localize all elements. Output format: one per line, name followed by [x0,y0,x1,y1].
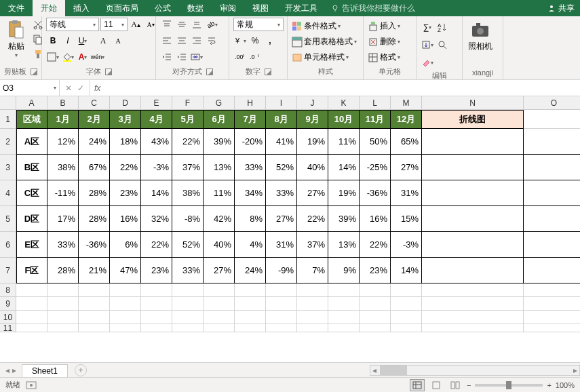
font-launcher[interactable] [105,68,112,75]
cell[interactable] [204,297,235,311]
normal-view-button[interactable] [410,379,425,391]
row-header[interactable]: 6 [0,232,16,258]
column-header[interactable]: E [141,96,172,110]
row-header[interactable]: 4 [0,180,16,206]
cell[interactable]: 8月 [266,110,297,129]
cell[interactable]: 4月 [141,110,172,129]
zoom-out-button[interactable]: − [467,381,471,389]
bold-button[interactable]: B [46,34,60,47]
align-left-button[interactable] [160,34,174,47]
tab-data[interactable]: 数据 [179,0,212,16]
cell[interactable] [391,297,422,311]
cell[interactable]: 27% [266,206,297,232]
cell[interactable]: 28% [79,180,110,206]
comma-button[interactable]: , [263,34,277,47]
font-color-button[interactable]: A▾ [76,50,90,64]
cell[interactable] [204,324,235,332]
cell[interactable]: 38% [47,155,79,180]
row-header[interactable]: 8 [0,283,16,297]
cell[interactable]: 52% [172,232,204,258]
cell[interactable]: -20% [235,129,266,155]
cell[interactable]: 21% [79,258,110,283]
cell[interactable] [204,311,235,324]
cell[interactable] [422,129,524,155]
cell[interactable]: 23% [360,258,391,283]
decrease-font-button[interactable]: A▾ [144,18,157,31]
cell[interactable]: 17% [47,206,79,232]
cell[interactable] [110,324,141,332]
tab-insert[interactable]: 插入 [65,0,98,16]
cell[interactable]: 10月 [328,110,360,129]
cell[interactable]: 12% [47,129,79,155]
cell[interactable] [110,283,141,297]
cell[interactable] [172,324,204,332]
cell[interactable] [172,283,204,297]
cell[interactable]: 12月 [391,110,422,129]
cell[interactable] [297,283,328,297]
column-header[interactable]: M [391,96,422,110]
cell[interactable]: 43% [141,129,172,155]
cell[interactable] [360,283,391,297]
cell[interactable]: 15% [391,206,422,232]
row-header[interactable]: 7 [0,258,16,283]
cell[interactable]: 4% [235,232,266,258]
cell[interactable]: 24% [235,258,266,283]
format-cells-button[interactable]: 格式▾ [368,52,400,63]
cell[interactable] [235,283,266,297]
cell[interactable]: A区 [16,129,47,155]
cell[interactable]: 13% [328,232,360,258]
percent-button[interactable]: % [248,34,262,47]
cell[interactable]: 9% [328,258,360,283]
cell[interactable]: 2月 [79,110,110,129]
cell[interactable] [524,110,580,129]
cell[interactable] [47,311,79,324]
cell[interactable] [235,324,266,332]
row-header[interactable]: 2 [0,129,16,155]
cell[interactable]: 27% [297,180,328,206]
cell[interactable] [141,297,172,311]
cell[interactable]: 67% [79,155,110,180]
tab-nav-next[interactable]: ▸ [12,366,16,375]
cell[interactable] [524,283,580,297]
wrap-button[interactable] [205,34,218,47]
cell[interactable]: 31% [266,232,297,258]
page-layout-view-button[interactable] [429,379,444,391]
cell[interactable] [524,129,580,155]
cell[interactable] [391,283,422,297]
cell[interactable]: 6月 [204,110,235,129]
column-header[interactable]: C [79,96,110,110]
cell[interactable]: 40% [297,155,328,180]
align-middle-button[interactable] [175,18,189,31]
tab-formulas[interactable]: 公式 [147,0,179,16]
cell[interactable] [79,283,110,297]
cell[interactable]: 22% [360,232,391,258]
find-button[interactable] [436,38,449,52]
row-header[interactable]: 11 [0,324,16,332]
cell[interactable]: 19% [297,129,328,155]
cell[interactable]: 16% [360,206,391,232]
column-header[interactable]: H [235,96,266,110]
cell[interactable]: E区 [16,232,47,258]
cell[interactable]: 22% [110,155,141,180]
conditional-format-button[interactable]: 条件格式▾ [292,20,341,32]
column-header[interactable]: F [172,96,204,110]
cell[interactable] [524,258,580,283]
cell[interactable] [47,283,79,297]
fill-color-button[interactable]: ▾ [61,50,75,64]
cell[interactable] [16,311,47,324]
cell[interactable] [422,258,524,283]
cell[interactable]: F区 [16,258,47,283]
name-box[interactable]: O3▾ [0,80,60,96]
cell[interactable]: 39% [204,129,235,155]
cell[interactable]: 52% [266,155,297,180]
cell[interactable]: -25% [360,155,391,180]
cell[interactable] [422,283,524,297]
cell[interactable]: -9% [266,258,297,283]
cell[interactable] [266,311,297,324]
formula-input[interactable] [104,83,580,93]
cell[interactable]: 7月 [235,110,266,129]
cell[interactable]: 40% [204,232,235,258]
cell[interactable] [110,311,141,324]
orientation-button[interactable]: ab▾ [205,18,218,31]
cell[interactable] [47,324,79,332]
